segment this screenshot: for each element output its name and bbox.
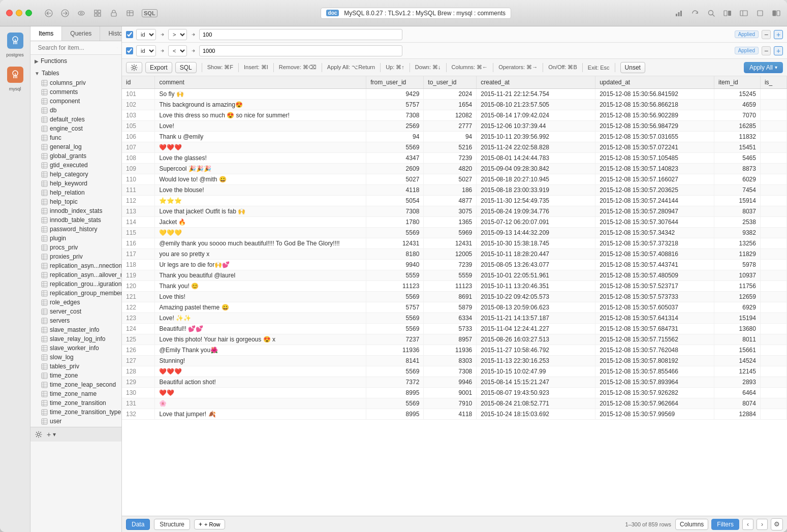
sidebar-item-password-history[interactable]: password_history	[30, 225, 121, 234]
sidebar-item-innodb-table-stats[interactable]: innodb_table_stats	[30, 215, 121, 225]
table-row[interactable]: 102 This background is amazing😍 5757 165…	[122, 100, 787, 110]
filter-1-value[interactable]	[199, 29, 402, 40]
col-header-updated-at[interactable]: updated_at	[595, 76, 714, 89]
chart-icon[interactable]	[674, 9, 683, 18]
sidebar-item-gtid-executed[interactable]: gtid_executed	[30, 161, 121, 170]
sidebar-item-help-relation[interactable]: help_relation	[30, 188, 121, 197]
tables-header[interactable]: ▼ Tables	[30, 68, 121, 78]
tab-items[interactable]: Items	[30, 26, 62, 41]
lock-icon[interactable]	[109, 9, 118, 18]
sidebar-item-slave-worker-info[interactable]: slave_worker_info	[30, 343, 121, 353]
table-icon-tb[interactable]	[125, 9, 135, 18]
table-row[interactable]: 108 Love the glasses! 4347 7239 2015-08-…	[122, 153, 787, 164]
data-tab[interactable]: Data	[126, 519, 150, 530]
minimize-button[interactable]	[16, 10, 22, 16]
refresh-icon[interactable]	[690, 9, 700, 18]
sidebar-item-help-category[interactable]: help_category	[30, 170, 121, 179]
sidebar-item-plugin[interactable]: plugin	[30, 234, 121, 243]
single-view-icon[interactable]	[755, 9, 765, 18]
split-view-icon[interactable]	[723, 9, 732, 18]
filter-2-add-btn[interactable]: +	[774, 46, 783, 55]
table-row[interactable]: 122 Amazing pastel theme 😀 5757 5879 201…	[122, 302, 787, 313]
export-btn[interactable]: Export	[145, 62, 172, 73]
sidebar-item-global-grants[interactable]: global_grants	[30, 151, 121, 161]
table-row[interactable]: 131 🌸 5569 7910 2015-08-24 21:08:52.771 …	[122, 398, 787, 409]
sidebar-item-time-zone-name[interactable]: time_zone_name	[30, 389, 121, 398]
filter-2-value[interactable]	[199, 45, 402, 56]
filter-2-remove-btn[interactable]: −	[762, 46, 771, 55]
unset-btn[interactable]: Unset	[620, 62, 645, 73]
table-row[interactable]: 112 ⭐⭐⭐ 5054 4877 2015-11-30 12:54:49.73…	[122, 196, 787, 206]
table-row[interactable]: 121 Love this! 5569 8691 2015-10-22 09:4…	[122, 292, 787, 302]
db-postgres[interactable]: postgres	[3, 30, 27, 59]
table-row[interactable]: 110 Would love to! @mith 😀 5027 5027 201…	[122, 174, 787, 185]
table-row[interactable]: 115 💛💛💛 5569 5969 2015-09-13 14:44:32.20…	[122, 228, 787, 238]
sidebar-item-time-zone-leap-second[interactable]: time_zone_leap_second	[30, 380, 121, 389]
apply-all-btn[interactable]: Apply All ▾	[744, 62, 783, 73]
table-row[interactable]: 113 Love that jacket! Outfit is fab 🙌 73…	[122, 206, 787, 217]
table-row[interactable]: 123 Love! ✨✨ 5569 6334 2015-11-21 14:13:…	[122, 313, 787, 324]
sidebar-item-server-cost[interactable]: server_cost	[30, 307, 121, 316]
filter-2-operator[interactable]: <	[168, 45, 187, 56]
table-row[interactable]: 114 Jacket 🔥 1780 1365 2015-07-12 06:20:…	[122, 217, 787, 228]
filter-1-operator[interactable]: >	[168, 29, 187, 40]
prev-page-btn[interactable]: ‹	[742, 519, 753, 530]
sidebar-item-proxies-priv[interactable]: proxies_priv	[30, 252, 121, 261]
filter-2-field[interactable]: id	[136, 45, 156, 56]
table-row[interactable]: 125 Love this photo! Your hair is gorgeo…	[122, 334, 787, 345]
filter-1-field[interactable]: id	[136, 29, 156, 40]
next-page-btn[interactable]: ›	[757, 519, 768, 530]
table-row[interactable]: 129 Beautiful action shot! 7372 9946 201…	[122, 377, 787, 388]
settings-bottom-btn[interactable]: ⚙	[771, 518, 783, 530]
sidebar-item-time-zone[interactable]: time_zone	[30, 371, 121, 380]
search-input[interactable]	[38, 44, 114, 51]
table-row[interactable]: 126 @Emily Thank you🌺 11936 11936 2015-1…	[122, 345, 787, 356]
filter-1-remove-btn[interactable]: −	[762, 30, 771, 39]
table-row[interactable]: 124 Beautiful!! 💕💕 5569 5733 2015-11-04 …	[122, 324, 787, 334]
col-header-item-id[interactable]: item_id	[714, 76, 761, 89]
sidebar-left-icon[interactable]	[739, 9, 748, 18]
table-row[interactable]: 109 Supercool 🎉🎉🎉 2609 4820 2015-09-04 0…	[122, 164, 787, 174]
col-header-comment[interactable]: comment	[155, 76, 366, 89]
table-row[interactable]: 101 So fly 🙌 9429 2024 2015-11-21 22:12:…	[122, 89, 787, 100]
structure-tab[interactable]: Structure	[154, 519, 190, 530]
forward-icon[interactable]	[60, 9, 70, 18]
table-row[interactable]: 120 Thank you! 😊 11123 11123 2015-10-11 …	[122, 281, 787, 292]
sidebar-item-innodb-index-stats[interactable]: innodb_index_stats	[30, 206, 121, 215]
table-row[interactable]: 127 Stunning! 8141 8303 2015-11-13 22:30…	[122, 356, 787, 366]
sidebar-item-slow-log[interactable]: slow_log	[30, 353, 121, 362]
sidebar-item-help-topic[interactable]: help_topic	[30, 197, 121, 206]
filter-1-add-btn[interactable]: +	[774, 30, 783, 39]
sidebar-item-slave-relay-log-info[interactable]: slave_relay_log_info	[30, 334, 121, 343]
table-row[interactable]: 128 ❤️❤️❤️ 5569 7308 2015-10-15 10:02:47…	[122, 366, 787, 377]
col-header-to-user-id[interactable]: to_user_id	[424, 76, 477, 89]
sidebar-item-slave-master-info[interactable]: slave_master_info	[30, 325, 121, 334]
sidebar-item-procs-priv[interactable]: procs_priv	[30, 243, 121, 252]
col-header-id[interactable]: id	[122, 76, 155, 89]
table-row[interactable]: 130 ❤️❤️ 8995 9001 2015-08-07 19:43:50.9…	[122, 388, 787, 398]
table-row[interactable]: 116 @emily thank you soooo much beautifu…	[122, 238, 787, 249]
back-icon[interactable]	[44, 9, 53, 18]
add-row-btn[interactable]: + + Row	[194, 519, 225, 529]
sidebar-item-component[interactable]: component	[30, 97, 121, 106]
sidebar-item-replication-grou---iguration-version[interactable]: replication_grou...iguration_version	[30, 279, 121, 289]
sidebar-item-comments[interactable]: comments	[30, 87, 121, 97]
filters-btn[interactable]: Filters	[711, 519, 739, 530]
sidebar-item-user[interactable]: user	[30, 417, 121, 426]
sidebar-item-default-roles[interactable]: default_roles	[30, 115, 121, 124]
sidebar-item-general-log[interactable]: general_log	[30, 142, 121, 151]
add-item-btn[interactable]: + ▾	[47, 430, 56, 439]
table-row[interactable]: 119 Thank you beautiful @laurel 5559 555…	[122, 270, 787, 281]
close-button[interactable]	[6, 10, 13, 16]
table-row[interactable]: 111 Love the blouse! 4118 186 2015-08-18…	[122, 185, 787, 196]
table-row[interactable]: 106 Thank u @emily 94 94 2015-10-11 20:3…	[122, 132, 787, 142]
settings-icon[interactable]	[35, 430, 43, 439]
split-view-h-icon[interactable]	[772, 9, 781, 18]
sidebar-item-servers[interactable]: servers	[30, 316, 121, 325]
table-row[interactable]: 132 Love that jumper! 🍂 8995 4118 2015-1…	[122, 409, 787, 420]
sidebar-item-replication-asyn---nnection-failover[interactable]: replication_asyn...nnection_failover	[30, 261, 121, 270]
sidebar-item-help-keyword[interactable]: help_keyword	[30, 179, 121, 188]
filter-icon[interactable]	[117, 44, 117, 51]
col-header-from-user-id[interactable]: from_user_id	[366, 76, 424, 89]
col-header-created-at[interactable]: created_at	[477, 76, 595, 89]
